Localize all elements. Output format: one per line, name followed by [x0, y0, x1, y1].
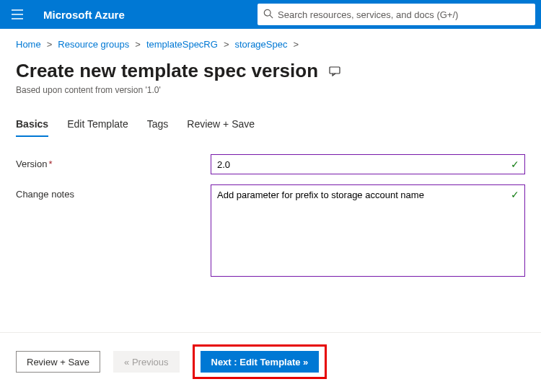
chevron-right-icon: > — [47, 39, 53, 50]
top-bar: Microsoft Azure — [0, 0, 541, 29]
feedback-icon[interactable] — [328, 65, 341, 78]
search-input[interactable] — [278, 9, 529, 20]
review-save-button[interactable]: Review + Save — [16, 351, 100, 373]
svg-rect-2 — [330, 67, 340, 74]
tabs: Basics Edit Template Tags Review + Save — [16, 118, 525, 137]
brand-label: Microsoft Azure — [43, 9, 125, 21]
menu-icon[interactable] — [6, 3, 29, 26]
version-input[interactable] — [211, 154, 525, 174]
previous-button[interactable]: « Previous — [113, 351, 179, 373]
next-edit-template-button[interactable]: Next : Edit Template » — [201, 351, 320, 373]
breadcrumb-item[interactable]: Resource groups — [58, 39, 129, 50]
breadcrumb-item[interactable]: templateSpecRG — [146, 39, 218, 50]
svg-point-0 — [264, 9, 270, 16]
svg-line-1 — [270, 14, 273, 17]
change-notes-input[interactable] — [211, 184, 525, 277]
breadcrumb: Home > Resource groups > templateSpecRG … — [16, 39, 525, 50]
version-label: Version* — [16, 154, 211, 169]
page-subtitle: Based upon content from version '1.0' — [16, 85, 525, 95]
footer-bar: Review + Save « Previous Next : Edit Tem… — [0, 332, 541, 392]
tab-basics[interactable]: Basics — [16, 118, 48, 137]
tab-tags[interactable]: Tags — [147, 118, 169, 137]
global-search[interactable] — [258, 4, 535, 25]
breadcrumb-item[interactable]: Home — [16, 39, 41, 50]
search-icon — [263, 9, 273, 21]
tab-review-save[interactable]: Review + Save — [187, 118, 255, 137]
highlight-annotation: Next : Edit Template » — [193, 344, 327, 379]
required-indicator: * — [48, 159, 52, 169]
chevron-right-icon: > — [135, 39, 141, 50]
page-title: Create new template spec version — [16, 60, 318, 82]
chevron-right-icon: > — [224, 39, 229, 50]
breadcrumb-item[interactable]: storageSpec — [234, 39, 287, 50]
chevron-right-icon: > — [293, 39, 299, 50]
tab-edit-template[interactable]: Edit Template — [67, 118, 128, 137]
change-notes-label: Change notes — [16, 184, 211, 200]
